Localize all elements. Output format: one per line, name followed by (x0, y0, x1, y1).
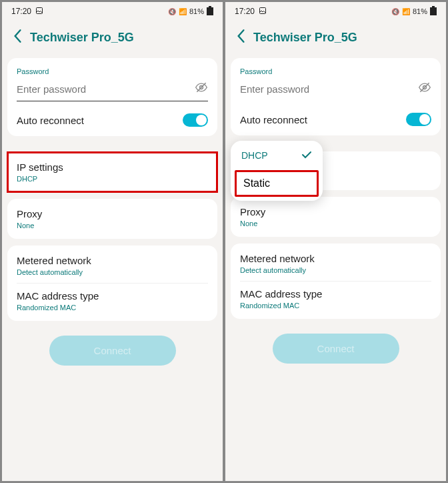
header: Techwiser Pro_5G (225, 19, 446, 58)
svg-rect-1 (207, 7, 213, 15)
wifi-credentials-card: Password Auto reconnect (231, 58, 441, 135)
network-details-group: Metered network Detect automatically MAC… (231, 244, 441, 319)
mute-icon: 🔇 (391, 8, 399, 15)
signal-icon: 📶 (179, 8, 187, 15)
header: Techwiser Pro_5G (2, 19, 223, 58)
page-title: Techwiser Pro_5G (253, 31, 357, 45)
proxy-value: None (240, 219, 431, 227)
metered-item[interactable]: Metered network Detect automatically (17, 248, 208, 283)
password-label: Password (17, 67, 208, 75)
battery-text: 81% (413, 7, 427, 15)
connect-button[interactable]: Connect (273, 334, 399, 364)
signal-icon: 📶 (402, 8, 410, 15)
metered-value: Detect automatically (240, 266, 431, 274)
ip-settings-title: IP settings (17, 161, 208, 173)
status-bar: 17:20 🔇 📶 81% (225, 2, 446, 19)
metered-item[interactable]: Metered network Detect automatically (240, 246, 431, 281)
svg-rect-2 (209, 6, 211, 7)
wifi-credentials-card: Password Auto reconnect (7, 58, 217, 136)
battery-text: 81% (189, 7, 204, 15)
mac-item[interactable]: MAC address type Randomized MAC (17, 283, 208, 318)
screen-left: 17:20 🔇 📶 81% Techwiser Pro_5G Password (1, 1, 223, 482)
mac-value: Randomized MAC (240, 302, 431, 310)
connect-button[interactable]: Connect (49, 336, 176, 366)
svg-rect-5 (260, 7, 266, 13)
screen-right: 17:20 🔇 📶 81% Techwiser Pro_5G Password (225, 1, 447, 482)
svg-rect-7 (432, 6, 435, 7)
mac-value: Randomized MAC (17, 304, 208, 312)
eye-off-icon[interactable] (418, 81, 431, 97)
ip-settings-value: DHCP (17, 175, 208, 183)
network-details-group: Metered network Detect automatically MAC… (7, 246, 217, 321)
picture-icon (35, 7, 43, 17)
status-bar: 17:20 🔇 📶 81% (2, 2, 223, 19)
check-icon (301, 150, 312, 161)
auto-reconnect-label: Auto reconnect (17, 115, 84, 126)
metered-title: Metered network (240, 253, 431, 264)
password-input[interactable] (240, 83, 418, 95)
battery-icon (430, 6, 437, 17)
proxy-title: Proxy (240, 206, 431, 217)
auto-reconnect-label: Auto reconnect (240, 114, 307, 125)
eye-off-icon[interactable] (195, 81, 208, 97)
dropdown-option-static[interactable]: Static (235, 170, 319, 197)
status-time: 17:20 (235, 7, 255, 16)
proxy-title: Proxy (17, 208, 208, 219)
battery-icon (207, 6, 213, 17)
metered-title: Metered network (17, 255, 208, 266)
status-time: 17:20 (11, 7, 31, 16)
password-input[interactable] (17, 83, 195, 95)
ip-settings-item[interactable]: IP settings DHCP (7, 152, 217, 192)
dropdown-option-label: DHCP (241, 150, 268, 161)
proxy-item[interactable]: Proxy None (231, 197, 441, 237)
metered-value: Detect automatically (17, 268, 208, 276)
mac-title: MAC address type (240, 288, 431, 300)
password-label: Password (240, 67, 431, 75)
ip-settings-dropdown: DHCP Static (231, 141, 323, 201)
svg-rect-0 (37, 7, 43, 13)
page-title: Techwiser Pro_5G (30, 31, 134, 45)
proxy-item[interactable]: Proxy None (7, 199, 217, 239)
back-icon[interactable] (13, 29, 22, 46)
dropdown-option-dhcp[interactable]: DHCP (231, 141, 323, 170)
dropdown-option-label: Static (243, 177, 270, 189)
auto-reconnect-toggle[interactable] (183, 113, 208, 127)
mute-icon: 🔇 (168, 8, 176, 15)
svg-rect-6 (430, 7, 437, 15)
back-icon[interactable] (236, 29, 245, 46)
picture-icon (259, 7, 267, 17)
mac-item[interactable]: MAC address type Randomized MAC (240, 281, 431, 316)
proxy-value: None (17, 221, 208, 229)
auto-reconnect-toggle[interactable] (406, 113, 431, 126)
mac-title: MAC address type (17, 290, 208, 302)
